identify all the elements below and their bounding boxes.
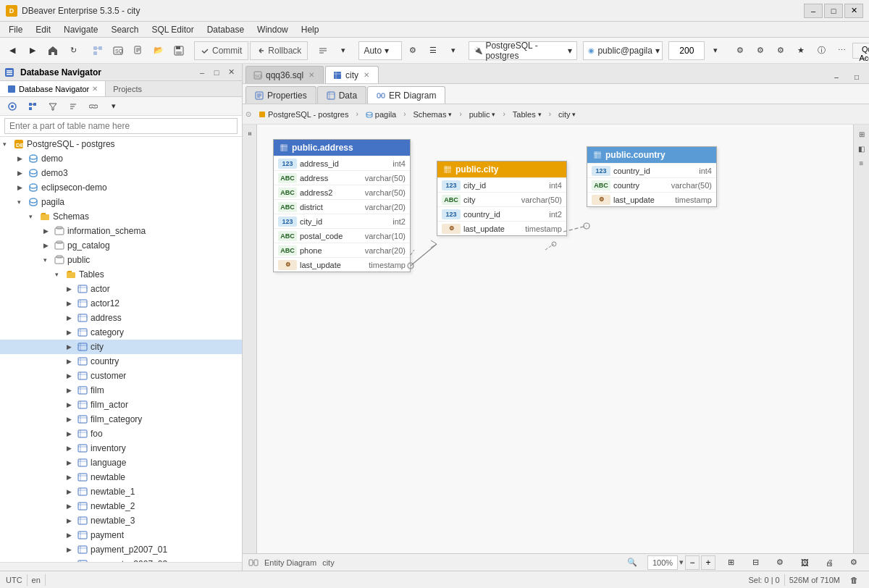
tree-item-demo3[interactable]: ▶ demo3 — [0, 166, 242, 180]
menu-file[interactable]: File — [3, 23, 28, 36]
projects-tab[interactable]: Projects — [106, 81, 149, 96]
home-button[interactable] — [43, 41, 62, 60]
tab-minimize[interactable]: – — [827, 70, 846, 83]
rollback-button[interactable]: Rollback — [250, 41, 308, 60]
tree-item-foo[interactable]: ▶ foo — [0, 427, 242, 441]
maximize-button[interactable]: □ — [824, 4, 843, 18]
breadcrumb-public[interactable]: public ▾ — [465, 109, 500, 120]
er-search-btn[interactable]: 🔍 — [623, 556, 642, 569]
new-sql-script-button[interactable] — [129, 41, 148, 60]
window-controls[interactable]: – □ ✕ — [804, 4, 863, 18]
sidebar-close[interactable]: ✕ — [224, 66, 238, 79]
er-table-city[interactable]: public.city 123 city_id int4 ABC city va… — [437, 161, 567, 236]
tree-item-city[interactable]: ▶ city — [0, 340, 242, 354]
tree-item-payment_p2007_02[interactable]: ▶ payment_p2007_02 — [0, 557, 242, 562]
sidebar-link[interactable] — [84, 97, 103, 116]
er-table-address[interactable]: public.address 123 address_id int4 ABC a… — [273, 139, 411, 272]
tree-item-pg-catalog[interactable]: ▶ pg_catalog — [0, 238, 242, 253]
tree-item-address[interactable]: ▶ address — [0, 311, 242, 325]
more-button[interactable]: ⋯ — [832, 41, 851, 60]
right-panel-btn2[interactable]: ◧ — [855, 142, 868, 155]
sub-tab-er[interactable]: ER Diagram — [367, 86, 445, 104]
er-print-btn[interactable]: 🖨 — [820, 556, 839, 569]
right-panel-btn3[interactable]: ≡ — [855, 156, 868, 169]
sub-tab-properties[interactable]: Properties — [245, 86, 316, 104]
tree-item-payment[interactable]: ▶ payment — [0, 528, 242, 542]
breadcrumb-tables[interactable]: Tables ▾ — [508, 109, 546, 120]
connection-dropdown[interactable]: 🔌 PostgreSQL - postgres ▾ — [469, 41, 577, 60]
tree-item-category[interactable]: ▶ category — [0, 325, 242, 340]
tree-item-customer[interactable]: ▶ customer — [0, 369, 242, 383]
zoom-in-button[interactable]: + — [701, 555, 715, 570]
menu-database[interactable]: Database — [201, 23, 250, 36]
menu-window[interactable]: Window — [251, 23, 294, 36]
er-more-settings[interactable]: ⚙ — [844, 556, 863, 569]
right-panel-btn1[interactable]: ⊞ — [855, 127, 868, 140]
breadcrumb-pagila[interactable]: pagila — [361, 109, 400, 120]
tree-item-film_actor[interactable]: ▶ film_actor — [0, 398, 242, 412]
transaction-log[interactable]: ☰ — [424, 41, 442, 60]
sidebar-bottom-scroll[interactable] — [0, 562, 242, 571]
tree-item-actor[interactable]: ▶ actor — [0, 282, 242, 296]
format-button[interactable] — [314, 41, 332, 60]
tree-item-inventory[interactable]: ▶ inventory — [0, 441, 242, 455]
tree-item-newtable[interactable]: ▶ newtable — [0, 470, 242, 484]
tab-maximize[interactable]: □ — [847, 70, 866, 83]
breadcrumb-schemas[interactable]: Schemas ▾ — [409, 109, 457, 120]
tree-item-newtable_2[interactable]: ▶ newtable_2 — [0, 499, 242, 513]
sidebar-connect[interactable] — [3, 97, 22, 116]
tree-item-newtable_1[interactable]: ▶ newtable_1 — [0, 484, 242, 499]
limit-settings[interactable]: ▾ — [706, 41, 725, 60]
er-canvas[interactable]: public.address 123 address_id int4 ABC a… — [257, 125, 853, 553]
tree-item-demo[interactable]: ▶ demo — [0, 151, 242, 166]
er-grid-btn[interactable]: ⊟ — [746, 556, 765, 569]
tree-item-tables-folder[interactable]: ▾ Tables — [0, 267, 242, 282]
menu-help[interactable]: Help — [295, 23, 325, 36]
tree-item-eclipsecon[interactable]: ▶ eclipsecon-demo — [0, 180, 242, 195]
star-button[interactable]: ★ — [792, 41, 810, 60]
breadcrumb-postgres[interactable]: PostgreSQL - postgres — [254, 109, 353, 120]
tree-item-public[interactable]: ▾ public — [0, 253, 242, 267]
db-nav-tab[interactable]: Database Navigator ✕ — [0, 81, 106, 96]
tree-item-postgres[interactable]: ▾ DB PostgreSQL - postgres — [0, 137, 242, 151]
settings-btn1[interactable]: ⚙ — [731, 41, 750, 60]
sql-editor-button[interactable]: SQL — [109, 41, 127, 60]
gc-button[interactable]: 🗑 — [844, 574, 863, 587]
quick-access-button[interactable]: Quick Access — [852, 43, 869, 59]
tree-item-payment_p2007_01[interactable]: ▶ payment_p2007_01 — [0, 542, 242, 557]
menu-sql-editor[interactable]: SQL Editor — [146, 23, 199, 36]
settings-btn2[interactable]: ⚙ — [751, 41, 770, 60]
schema-dropdown[interactable]: ◉ public@pagila ▾ — [583, 41, 663, 60]
menu-navigate[interactable]: Navigate — [58, 23, 104, 36]
sidebar-minimize[interactable]: – — [196, 66, 209, 79]
auto-commit-dropdown[interactable]: Auto ▾ — [358, 41, 402, 60]
tree-item-language[interactable]: ▶ language — [0, 455, 242, 470]
tree-item-info-schema[interactable]: ▶ information_schema — [0, 224, 242, 238]
er-layout-btn[interactable]: ⊞ — [721, 556, 740, 569]
tree-item-pagila[interactable]: ▾ pagila — [0, 195, 242, 209]
minimize-button[interactable]: – — [804, 4, 823, 18]
settings-btn3[interactable]: ⚙ — [771, 41, 790, 60]
menu-search[interactable]: Search — [105, 23, 144, 36]
limit-input[interactable] — [668, 41, 705, 60]
tree-item-newtable_3[interactable]: ▶ newtable_3 — [0, 513, 242, 528]
er-settings-btn[interactable]: ⚙ — [771, 556, 789, 569]
panel-icon1[interactable]: ≡ — [243, 127, 256, 140]
tree-item-film[interactable]: ▶ film — [0, 383, 242, 398]
tree-item-film_category[interactable]: ▶ film_category — [0, 412, 242, 427]
tree-item-country[interactable]: ▶ country — [0, 354, 242, 369]
tree-item-actor12[interactable]: ▶ actor12 — [0, 296, 242, 311]
tab-sql[interactable]: SQL qqq36.sql ✕ — [245, 66, 324, 83]
close-button[interactable]: ✕ — [844, 4, 863, 18]
commit-button[interactable]: Commit — [194, 41, 248, 60]
zoom-out-button[interactable]: − — [685, 555, 700, 570]
sidebar-filter[interactable] — [43, 97, 62, 116]
tab-city-close[interactable]: ✕ — [362, 70, 371, 80]
new-connection-button[interactable] — [88, 41, 107, 60]
tab-sql-close[interactable]: ✕ — [307, 70, 316, 80]
breadcrumb-city[interactable]: city ▾ — [554, 109, 581, 120]
tab-city[interactable]: city ✕ — [325, 66, 379, 83]
sidebar-search-input[interactable] — [4, 118, 238, 134]
er-table-country[interactable]: public.country 123 country_id int4 ABC c… — [587, 146, 717, 207]
format-dropdown[interactable]: ▾ — [334, 41, 353, 60]
